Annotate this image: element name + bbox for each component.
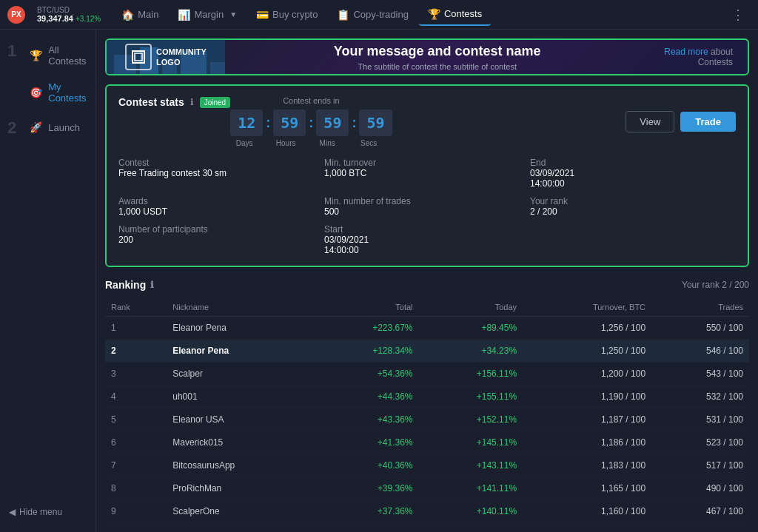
my-contests-icon: 🎯 — [30, 87, 42, 98]
cell-rank: 6 — [105, 431, 167, 454]
price-value: 39,347.84 — [37, 14, 73, 23]
trade-button[interactable]: Trade — [680, 112, 736, 132]
nav-main[interactable]: 🏠 Main — [113, 4, 167, 25]
detail-start-value: 03/09/2021 14:00:00 — [324, 235, 530, 255]
community-logo: COMMUNITY LOGO — [125, 44, 207, 70]
table-row[interactable]: 8 ProRichMan +39.36% +141.11% 1,165 / 10… — [105, 477, 749, 500]
cell-turnover: 1,165 / 100 — [523, 477, 651, 500]
cell-trades: 490 / 100 — [651, 477, 749, 500]
read-more-link[interactable]: Read more — [664, 47, 708, 57]
table-row[interactable]: 7 BitcosaurusApp +40.36% +143.11% 1,183 … — [105, 454, 749, 477]
detail-your-rank-value: 2 / 200 — [530, 206, 736, 217]
timer-label: Contest ends in — [230, 96, 392, 105]
table-row[interactable]: 6 Maverick015 +41.36% +145.11% 1,186 / 1… — [105, 431, 749, 454]
cell-total: +54.36% — [315, 363, 419, 385]
cell-trades: 550 / 100 — [651, 317, 749, 340]
logo-box-icon — [125, 44, 152, 70]
cell-rank: 2 — [105, 340, 167, 363]
timer-sep-1: : — [266, 115, 270, 131]
sidebar-item-launch[interactable]: 🚀 Launch — [21, 114, 95, 141]
joined-badge: Joined — [200, 97, 230, 108]
all-contests-icon: 🏆 — [30, 50, 42, 61]
community-logo-text: COMMUNITY LOGO — [156, 47, 207, 68]
cell-turnover: 1,256 / 100 — [523, 317, 651, 340]
cell-trades: 543 / 100 — [651, 363, 749, 385]
banner-image: COMMUNITY LOGO — [107, 40, 225, 74]
timer-hours: 59 — [273, 110, 306, 136]
sidebar-all-contests-label: All Contests — [48, 44, 87, 67]
sidebar-group-2: 2 🚀 Launch — [0, 114, 95, 141]
cell-nickname: ProRichMan — [167, 477, 315, 500]
sidebar-section-number-2: 2 — [0, 115, 21, 141]
nav-buy-crypto[interactable]: 💳 Buy crypto — [247, 4, 326, 25]
cell-total: +43.36% — [315, 408, 419, 431]
sidebar: 1 🏆 All Contests 🎯 My Contests 2 🚀 Launc… — [0, 30, 96, 532]
col-nickname: Nickname — [167, 298, 315, 317]
cell-rank: 3 — [105, 363, 167, 385]
cell-turnover: 1,187 / 100 — [523, 408, 651, 431]
detail-start-label: Start — [324, 224, 530, 235]
sidebar-my-contests-label: My Contests — [48, 81, 87, 104]
ranking-header-row: Rank Nickname Total Today Turnover, BTC … — [105, 298, 749, 317]
table-row[interactable]: 3 Scalper +54.36% +156.11% 1,200 / 100 5… — [105, 363, 749, 385]
sidebar-item-my-contests[interactable]: 🎯 My Contests — [21, 74, 95, 111]
cell-total: +39.36% — [315, 477, 419, 500]
ranking-info-icon[interactable]: ℹ — [150, 280, 154, 290]
col-today: Today — [419, 298, 523, 317]
cell-today: +141.11% — [419, 477, 523, 500]
timer-units: Days Hours Mins Secs — [230, 139, 392, 147]
table-row[interactable]: 9 ScalperOne +37.36% +140.11% 1,160 / 10… — [105, 500, 749, 523]
nav-buy-crypto-label: Buy crypto — [272, 9, 318, 20]
cell-today: +156.11% — [419, 363, 523, 385]
banner-read-more[interactable]: Read more aboutContests — [649, 47, 748, 67]
logo[interactable]: PX — [7, 6, 25, 24]
table-row[interactable]: 2 Eleanor Pena +128.34% +34.23% 1,250 / … — [105, 340, 749, 363]
content-area: COMMUNITY LOGO Your message and contest … — [96, 30, 758, 532]
cell-trades: 517 / 100 — [651, 454, 749, 477]
contest-details: Contest Free Trading contest 30 sm Min. … — [118, 158, 736, 255]
cell-nickname: Maverick015 — [167, 431, 315, 454]
ranking-label: Ranking — [105, 279, 146, 291]
hide-menu-button[interactable]: ◀ Hide menu — [0, 499, 95, 525]
nav-margin[interactable]: 📊 Margin ▼ — [169, 4, 246, 25]
cell-turnover: 1,190 / 100 — [523, 385, 651, 408]
timer-sep-2: : — [309, 115, 313, 131]
hamburger-menu-button[interactable]: ⋮ — [725, 4, 751, 26]
detail-participants: Number of participants 200 — [118, 224, 324, 255]
nav-copy-trading[interactable]: 📋 Copy-trading — [328, 4, 417, 25]
cell-total: +128.34% — [315, 340, 419, 363]
detail-min-trades-label: Min. number of trades — [324, 196, 530, 206]
chevron-left-icon: ◀ — [9, 507, 16, 517]
col-total: Total — [315, 298, 419, 317]
hide-menu-label: Hide menu — [19, 507, 62, 517]
home-icon: 🏠 — [121, 9, 134, 21]
cell-nickname: Eleanor Pena — [167, 340, 315, 363]
main-layout: 1 🏆 All Contests 🎯 My Contests 2 🚀 Launc… — [0, 30, 758, 532]
cell-rank: 9 — [105, 500, 167, 523]
detail-end-value: 03/09/2021 14:00:00 — [530, 168, 736, 189]
info-icon[interactable]: ℹ — [190, 97, 194, 107]
nav-contests[interactable]: 🏆 Contests — [419, 4, 491, 26]
contest-stats-header: Contest stats ℹ Joined — [118, 96, 230, 108]
detail-empty — [530, 224, 736, 255]
table-row[interactable]: 1 Eleanor Pena +223.67% +89.45% 1,256 / … — [105, 317, 749, 340]
nav-main-label: Main — [138, 9, 158, 20]
table-row[interactable]: 4 uh001 +44.36% +155.11% 1,190 / 100 532… — [105, 385, 749, 408]
contest-actions: View Trade — [625, 111, 736, 132]
detail-end: End 03/09/2021 14:00:00 — [530, 158, 736, 189]
detail-start: Start 03/09/2021 14:00:00 — [324, 224, 530, 255]
detail-awards-label: Awards — [118, 196, 324, 206]
contest-banner: COMMUNITY LOGO Your message and contest … — [105, 38, 749, 75]
buy-crypto-icon: 💳 — [256, 9, 269, 21]
price-change: +3.12% — [76, 15, 101, 23]
table-row[interactable]: 5 Eleanor USA +43.36% +152.11% 1,187 / 1… — [105, 408, 749, 431]
view-button[interactable]: View — [625, 111, 674, 132]
detail-min-trades-value: 500 — [324, 206, 530, 217]
cell-today: +155.11% — [419, 385, 523, 408]
detail-your-rank: Your rank 2 / 200 — [530, 196, 736, 217]
detail-participants-label: Number of participants — [118, 224, 324, 235]
cell-rank: 5 — [105, 408, 167, 431]
sidebar-item-all-contests[interactable]: 🏆 All Contests — [21, 37, 95, 74]
ranking-header: Ranking ℹ Your rank 2 / 200 — [105, 279, 749, 291]
cell-nickname: Eleanor Pena — [167, 317, 315, 340]
